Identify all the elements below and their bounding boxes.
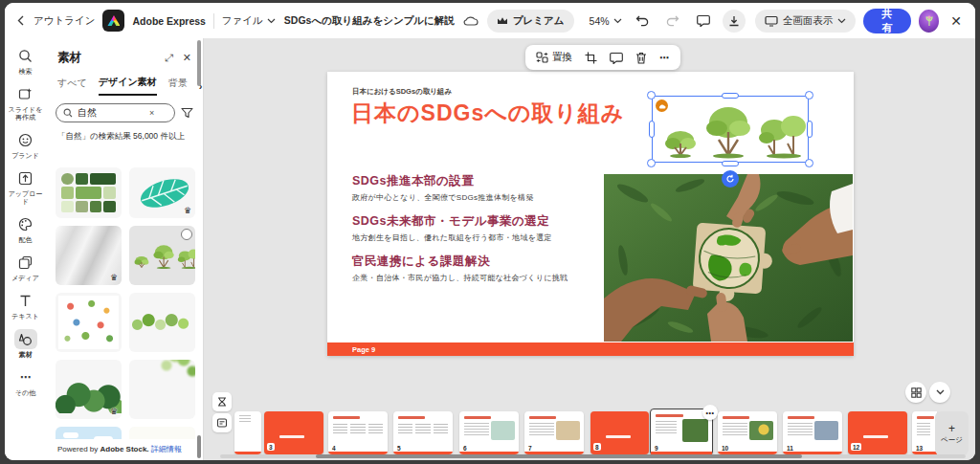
asset-grid: ♛ ♛ [56, 167, 195, 439]
canvas-area[interactable]: 置換 ⋯ 日本におけるSDGsの取り組み 日本のSDGsへの取り組み SDGs推… [204, 38, 975, 460]
collapse-filmstrip-button[interactable] [929, 382, 950, 403]
selected-trees-element[interactable] [652, 96, 809, 163]
expand-panel-icon[interactable]: ⤢ [165, 52, 173, 64]
crop-button[interactable] [585, 52, 597, 64]
more-options-button[interactable]: ⋯ [659, 52, 670, 63]
page-thumbnail-8[interactable]: 8 [590, 411, 649, 454]
fullscreen-button[interactable]: 全画面表示 [755, 10, 857, 33]
resize-handle-bottom[interactable] [722, 161, 739, 166]
slide-section[interactable]: 官民連携による課題解決 企業・自治体・市民が協力し、持続可能な社会づくりに挑戦 [352, 254, 596, 283]
close-window-button[interactable]: ✕ [947, 13, 966, 29]
rail-item-more[interactable]: ⋯ その他 [5, 367, 46, 397]
panel-scrollbar-bottom[interactable] [197, 435, 201, 458]
resize-handle-left[interactable] [649, 121, 655, 138]
slide-title[interactable]: 日本のSDGsへの取り組み [351, 99, 624, 128]
slide-page-bar[interactable]: Page 9 [327, 342, 854, 356]
panel-scrollbar[interactable] [197, 40, 201, 86]
search-field[interactable]: × [56, 103, 175, 122]
crown-icon [497, 16, 508, 25]
avatar[interactable] [919, 10, 939, 33]
asset-tile-cartoon-hills[interactable]: ♛ [56, 427, 122, 439]
asset-tile-watercolor-forest[interactable]: ♛ [56, 360, 122, 419]
replace-button[interactable]: 置換 [536, 51, 572, 64]
asset-tile-white-silk[interactable]: ♛ [56, 226, 122, 285]
filmstrip-scrollbar-thumb[interactable] [316, 454, 802, 458]
timer-button[interactable] [212, 392, 232, 411]
comment-button[interactable] [610, 52, 623, 64]
page-thumbnail-9-selected[interactable]: 9 ••• [650, 409, 713, 455]
speaker-notes-button[interactable] [212, 413, 232, 432]
rotate-handle[interactable] [722, 170, 739, 188]
delete-button[interactable] [635, 52, 647, 64]
zoom-chevron-down-icon[interactable] [613, 10, 623, 33]
asset-tile-watercolor-meadow[interactable] [129, 427, 195, 439]
redo-icon[interactable] [661, 10, 684, 33]
crop-icon [585, 52, 597, 64]
resize-handle-top-left[interactable] [647, 91, 656, 99]
grid-view-button[interactable] [905, 382, 926, 403]
rail-item-color-scheme[interactable]: 配色 [5, 214, 46, 244]
rail-item-recreate-slides[interactable]: スライドを再作成 [5, 84, 46, 122]
rail-item-brand[interactable]: ブランド [5, 130, 46, 160]
back-chevron-icon[interactable] [14, 10, 26, 33]
page-thumbnail-12[interactable]: 12 [848, 411, 907, 454]
page-thumbnail-11[interactable]: 11 [783, 411, 842, 454]
file-chevron-down-icon[interactable] [267, 10, 277, 33]
slide-section[interactable]: SDGs推進本部の設置 政府が中心となり、全閣僚でSDGs推進体制を構築 [352, 173, 596, 203]
filter-icon[interactable] [181, 107, 193, 119]
comment-icon[interactable] [692, 10, 715, 33]
divider [213, 13, 214, 29]
page-thumbnail-4[interactable]: 4 [328, 411, 388, 454]
download-icon[interactable] [723, 10, 746, 33]
adobe-express-logo-icon[interactable] [102, 10, 124, 32]
filmstrip-scrollbar-track[interactable] [220, 454, 966, 458]
document-title[interactable]: SDGsへの取り組みをシンプルに解説 [284, 14, 455, 28]
hands-earth-photo[interactable] [604, 174, 853, 342]
page-thumbnail-2-partial[interactable] [234, 411, 261, 454]
resize-handle-top-right[interactable] [805, 91, 813, 99]
page-thumbnail-6[interactable]: 6 [459, 411, 519, 454]
tab-backgrounds[interactable]: 背景 [168, 77, 188, 95]
resize-handle-bottom-right[interactable] [805, 159, 813, 167]
rail-item-media[interactable]: メディア [5, 253, 46, 282]
premium-badge[interactable]: プレミアム [487, 10, 574, 33]
undo-icon[interactable] [631, 10, 654, 33]
thumbnail-menu-button[interactable]: ••• [702, 405, 718, 420]
close-panel-icon[interactable]: ✕ [183, 52, 191, 64]
page-thumbnail-7[interactable]: 7 [524, 411, 584, 454]
rail-item-elements[interactable]: 素材 [5, 329, 46, 359]
page-thumbnail-3[interactable]: 3 [264, 411, 323, 454]
color-palette-icon [14, 214, 37, 234]
brand-icon [14, 130, 37, 150]
asset-tile-green-frames[interactable] [56, 167, 122, 218]
add-page-button[interactable]: + ページ [935, 411, 969, 455]
page-thumbnail-13-partial[interactable]: 13 [912, 411, 937, 454]
slide-section[interactable]: SDGs未来都市・モデル事業の選定 地方創生を目指し、優れた取組を行う都市・地域… [352, 213, 596, 243]
rail-item-text[interactable]: テキスト [5, 291, 46, 320]
clear-search-icon[interactable]: × [149, 108, 154, 118]
outline-button[interactable]: アウトライン [33, 14, 95, 28]
asset-tile-watercolor-plant-row[interactable] [129, 293, 195, 352]
asset-tile-watercolor-trees-selected[interactable] [129, 226, 195, 285]
tab-all[interactable]: すべて [57, 77, 87, 95]
page-thumbnail-5[interactable]: 5 [393, 411, 453, 454]
page-thumbnail-10[interactable]: 10 [718, 411, 777, 454]
stock-info-link[interactable]: 詳細情報 [151, 445, 182, 453]
asset-action-icon[interactable] [181, 229, 192, 240]
resize-handle-top[interactable] [722, 93, 739, 99]
zoom-level[interactable]: 54% [590, 15, 610, 27]
tab-design-assets[interactable]: デザイン素材 [99, 76, 157, 96]
grid-icon [911, 387, 922, 398]
rail-item-search[interactable]: 検索 [5, 46, 46, 76]
asset-tile-village-illustration[interactable] [56, 293, 122, 352]
file-menu[interactable]: ファイル [222, 14, 263, 28]
asset-tile-tropical-leaf[interactable]: ♛ [129, 167, 195, 218]
share-button[interactable]: 共有 [863, 9, 911, 33]
panel-header: 素材 ⤢ ✕ [46, 38, 203, 72]
resize-handle-right[interactable] [807, 121, 813, 138]
rail-item-upload[interactable]: アップロード [5, 168, 46, 206]
slide-kicker[interactable]: 日本におけるSDGsの取り組み [352, 87, 452, 97]
resize-handle-bottom-left[interactable] [647, 159, 656, 167]
search-input[interactable] [78, 108, 145, 119]
asset-tile-foliage-corner[interactable] [129, 360, 195, 419]
